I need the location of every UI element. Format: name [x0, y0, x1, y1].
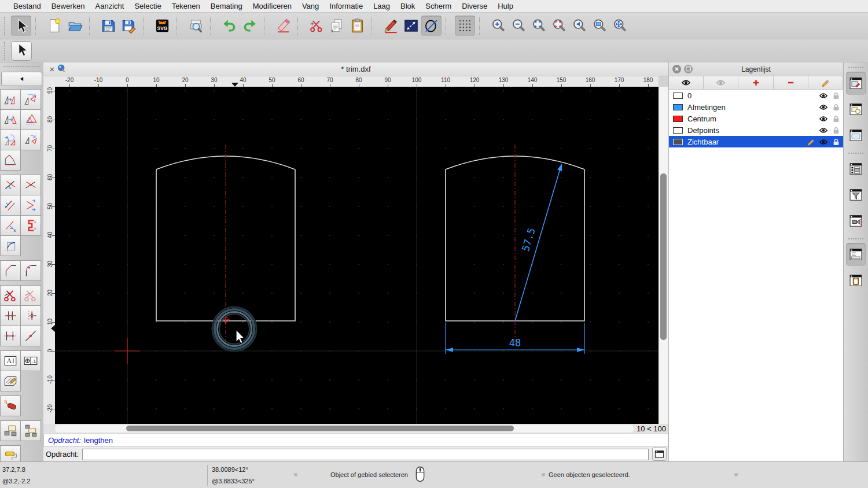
- lock-icon[interactable]: [832, 103, 841, 111]
- pen-attributes-button[interactable]: [381, 16, 401, 36]
- block-edit-tool-button[interactable]: [0, 420, 21, 441]
- collapse-panel-button[interactable]: [1, 72, 42, 86]
- layer-row-afmetingen[interactable]: Afmetingen: [669, 101, 843, 113]
- list-view-dock-button[interactable]: [846, 157, 866, 180]
- svg-export-button[interactable]: SVG: [152, 16, 172, 36]
- grid-toggle-button[interactable]: [455, 16, 475, 36]
- layer-row-centrum[interactable]: Centrum: [669, 113, 843, 124]
- rotate-tool-button[interactable]: [20, 89, 41, 110]
- add-layer-button[interactable]: [738, 76, 773, 89]
- arc-tool-tool-button[interactable]: [0, 235, 21, 256]
- menu-item-diverse[interactable]: Diverse: [457, 2, 492, 10]
- horizontal-scrollbar[interactable]: [55, 425, 634, 432]
- command-line-dock-button[interactable]: [846, 243, 866, 266]
- edit-polyline-tool-button[interactable]: [0, 150, 21, 171]
- rotate-two-tool-button[interactable]: [20, 130, 41, 150]
- menu-item-informatie[interactable]: Informatie: [324, 2, 368, 10]
- redo-button[interactable]: [240, 16, 260, 36]
- move-point-tool-button[interactable]: [20, 326, 41, 346]
- save-button[interactable]: [98, 16, 119, 36]
- panel-undock-button[interactable]: ❐: [684, 65, 693, 73]
- layer-row-0[interactable]: 0: [669, 90, 843, 101]
- tab-close-button[interactable]: ×: [47, 64, 57, 74]
- vertical-scrollbar[interactable]: [659, 87, 668, 424]
- divide-tool-button[interactable]: [0, 285, 21, 306]
- menu-item-hulp[interactable]: Hulp: [492, 2, 518, 10]
- eye-open-icon[interactable]: [819, 127, 828, 134]
- delete-eraser-button[interactable]: [273, 16, 293, 36]
- zoom-previous-button[interactable]: [549, 16, 569, 36]
- cut-button[interactable]: [307, 16, 327, 36]
- eye-open-icon[interactable]: [819, 103, 828, 111]
- eye-open-icon[interactable]: [819, 115, 828, 123]
- hide-all-layers-button[interactable]: [704, 76, 738, 89]
- lock-icon[interactable]: [832, 127, 841, 134]
- lengthen-tool-button[interactable]: x: [0, 215, 21, 236]
- break-out-tool-button[interactable]: [0, 305, 21, 326]
- menu-item-bewerken[interactable]: Bewerken: [46, 2, 90, 10]
- zoom-back-button[interactable]: [569, 16, 590, 36]
- lock-icon[interactable]: [832, 115, 841, 123]
- pencil-icon[interactable]: [806, 138, 815, 146]
- paste-button[interactable]: [347, 16, 367, 36]
- stretch-move-tool-button[interactable]: [20, 195, 41, 216]
- bevel-tool-button[interactable]: [0, 260, 21, 281]
- isometric-circle-button[interactable]: [421, 16, 442, 36]
- vertical-scrollbar-thumb[interactable]: [660, 173, 667, 340]
- menu-item-bemating[interactable]: Bemating: [205, 2, 248, 10]
- stretch-tool-button[interactable]: [0, 326, 21, 346]
- mirror-tool-button[interactable]: [0, 109, 21, 130]
- edit-dimension-tool-button[interactable]: .1: [20, 350, 41, 371]
- menu-item-modificeren[interactable]: Modificeren: [248, 2, 297, 10]
- paint-order-tool-button[interactable]: [0, 445, 21, 461]
- edit-layer-button[interactable]: [808, 76, 843, 89]
- menu-item-bestand[interactable]: Bestand: [8, 2, 46, 10]
- menu-item-blok[interactable]: Blok: [395, 2, 420, 10]
- move-copy-tool-button[interactable]: [0, 89, 21, 110]
- scale-tool-button[interactable]: [20, 109, 41, 130]
- edit-text-tool-button[interactable]: A: [0, 350, 21, 371]
- lock-icon[interactable]: [832, 138, 841, 146]
- command-input[interactable]: [82, 449, 649, 460]
- drawing-canvas[interactable]: 57.5 48: [55, 87, 659, 424]
- clipboard-panel-dock-button[interactable]: [846, 269, 866, 292]
- zoom-out-button[interactable]: [509, 16, 529, 36]
- menu-item-aanzicht[interactable]: Aanzicht: [90, 2, 130, 10]
- menu-item-tekenen[interactable]: Tekenen: [167, 2, 205, 10]
- divide-two-tool-button[interactable]: [20, 285, 41, 306]
- panel-handle[interactable]: [3, 66, 40, 71]
- dock-handle[interactable]: [848, 67, 863, 68]
- copy-button[interactable]: [327, 16, 347, 36]
- round-corner-tool-button[interactable]: [20, 260, 41, 281]
- command-window-toggle-button[interactable]: [652, 448, 667, 461]
- zoom-in-button[interactable]: [488, 16, 509, 36]
- offset-tool-button[interactable]: [0, 195, 21, 216]
- menu-item-vang[interactable]: Vang: [297, 2, 324, 10]
- move-rotate-tool-button[interactable]: [0, 130, 21, 150]
- menu-item-laag[interactable]: Laag: [368, 2, 395, 10]
- menu-item-scherm[interactable]: Scherm: [420, 2, 457, 10]
- property-editor-dock-button[interactable]: [846, 72, 866, 95]
- toolbar-handle[interactable]: [4, 17, 9, 35]
- new-file-button[interactable]: [45, 16, 65, 36]
- show-all-layers-button[interactable]: [669, 76, 704, 89]
- eye-open-icon[interactable]: [819, 138, 828, 146]
- toolbar-handle[interactable]: [4, 42, 9, 60]
- clamp-tool-button[interactable]: [20, 215, 41, 236]
- horizontal-scrollbar-thumb[interactable]: [126, 426, 514, 431]
- layer-row-defpoints[interactable]: Defpoints: [669, 124, 843, 136]
- selection-arrow-button[interactable]: [11, 16, 31, 36]
- dimension-style-button[interactable]: [401, 16, 421, 36]
- zoom-pan-button[interactable]: [610, 16, 630, 36]
- block-edit-copy-tool-button[interactable]: [20, 420, 41, 441]
- trim-two-tool-button[interactable]: [20, 175, 41, 195]
- menu-item-selectie[interactable]: Selectie: [129, 2, 166, 10]
- undo-button[interactable]: [219, 16, 240, 36]
- trim-tool-button[interactable]: [0, 175, 21, 195]
- lock-icon[interactable]: [832, 92, 841, 99]
- zoom-window-button[interactable]: [590, 16, 610, 36]
- open-file-button[interactable]: [65, 16, 85, 36]
- save-as-button[interactable]: [119, 16, 139, 36]
- library-browser-dock-button[interactable]: [846, 124, 866, 147]
- break-out-manual-tool-button[interactable]: [20, 305, 41, 326]
